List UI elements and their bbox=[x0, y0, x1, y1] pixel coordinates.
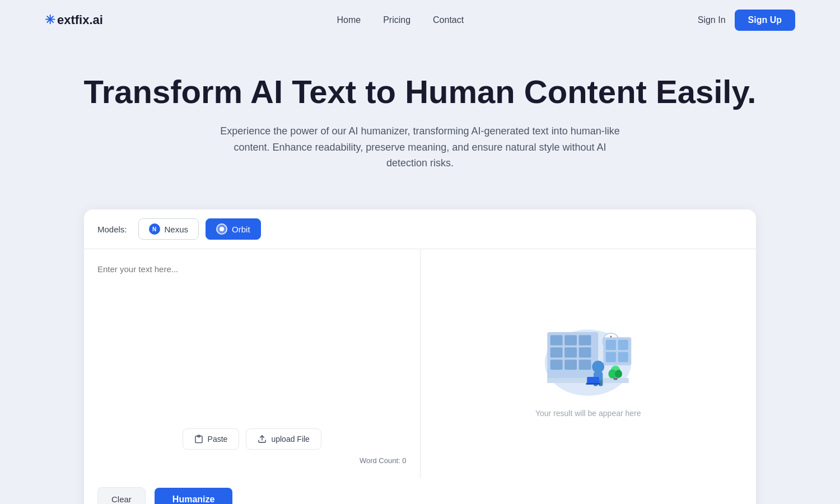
svg-rect-10 bbox=[579, 347, 591, 357]
clear-button[interactable]: Clear bbox=[97, 487, 146, 504]
svg-rect-6 bbox=[564, 335, 577, 345]
svg-rect-8 bbox=[550, 347, 563, 357]
nav-pricing[interactable]: Pricing bbox=[383, 15, 410, 25]
upload-label: upload File bbox=[271, 435, 310, 444]
logo-icon: ✳ bbox=[45, 13, 55, 27]
svg-rect-19 bbox=[618, 339, 628, 349]
svg-rect-18 bbox=[606, 339, 616, 349]
svg-rect-11 bbox=[550, 360, 563, 370]
svg-rect-12 bbox=[564, 360, 577, 370]
svg-rect-1 bbox=[198, 436, 200, 437]
navbar: ✳ extfix.ai Home Pricing Contact Sign In… bbox=[0, 0, 840, 40]
word-count-label: Word Count: bbox=[360, 456, 400, 465]
svg-rect-27 bbox=[587, 377, 599, 384]
nexus-icon: N bbox=[149, 223, 160, 235]
nav-links: Home Pricing Contact bbox=[337, 15, 464, 25]
nexus-label: Nexus bbox=[165, 225, 189, 234]
orbit-icon-inner bbox=[220, 227, 224, 231]
nav-home[interactable]: Home bbox=[337, 15, 361, 25]
editor-action-buttons: Paste upload File bbox=[97, 428, 407, 450]
logo[interactable]: ✳ extfix.ai bbox=[45, 13, 103, 27]
svg-rect-13 bbox=[579, 360, 591, 370]
paste-icon bbox=[194, 435, 203, 444]
orbit-label: Orbit bbox=[232, 225, 250, 234]
signin-button[interactable]: Sign In bbox=[698, 15, 726, 25]
svg-point-23 bbox=[592, 361, 605, 373]
word-count: Word Count: 0 bbox=[97, 456, 407, 465]
model-bar: Models: N Nexus Orbit bbox=[84, 209, 756, 249]
models-label: Models: bbox=[97, 225, 127, 234]
nav-actions: Sign In Sign Up bbox=[698, 10, 795, 31]
svg-rect-5 bbox=[550, 335, 563, 345]
model-nexus-button[interactable]: N Nexus bbox=[138, 218, 199, 240]
input-panel: Paste upload File Word Count: 0 bbox=[84, 249, 421, 478]
hero-subtitle: Experience the power of our AI humanizer… bbox=[218, 123, 622, 171]
upload-button[interactable]: upload File bbox=[246, 428, 321, 450]
result-illustration bbox=[532, 310, 644, 400]
svg-rect-28 bbox=[586, 383, 600, 385]
paste-button[interactable]: Paste bbox=[183, 428, 240, 450]
paste-label: Paste bbox=[208, 435, 228, 444]
svg-rect-9 bbox=[564, 347, 577, 357]
svg-point-32 bbox=[615, 370, 622, 378]
output-panel: Your result will be appear here bbox=[421, 249, 757, 478]
logo-text: extfix.ai bbox=[57, 13, 103, 27]
svg-rect-7 bbox=[579, 335, 591, 345]
result-placeholder: Your result will be appear here bbox=[532, 310, 644, 418]
word-count-value: 0 bbox=[402, 456, 406, 465]
result-placeholder-text: Your result will be appear here bbox=[535, 409, 641, 418]
svg-rect-20 bbox=[606, 352, 616, 362]
nav-contact[interactable]: Contact bbox=[433, 15, 464, 25]
orbit-icon bbox=[216, 223, 227, 235]
model-orbit-button[interactable]: Orbit bbox=[206, 218, 261, 240]
editor-area: Paste upload File Word Count: 0 bbox=[84, 249, 756, 478]
hero-title: Transform AI Text to Human Content Easil… bbox=[11, 74, 829, 110]
svg-rect-21 bbox=[618, 352, 628, 362]
text-input[interactable] bbox=[97, 263, 407, 419]
humanize-button[interactable]: Humanize bbox=[155, 488, 233, 504]
bottom-bar: Clear Humanize bbox=[84, 478, 756, 504]
upload-icon bbox=[258, 435, 267, 444]
signup-button[interactable]: Sign Up bbox=[735, 10, 795, 31]
hero-section: Transform AI Text to Human Content Easil… bbox=[0, 40, 840, 194]
main-card: Models: N Nexus Orbit Paste bbox=[84, 209, 756, 504]
